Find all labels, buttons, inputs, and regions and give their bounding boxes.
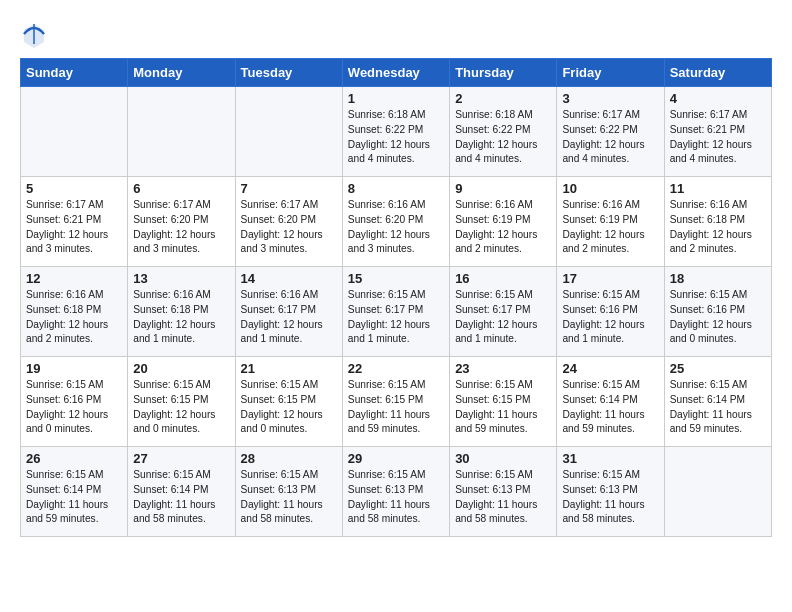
weekday-header: Wednesday xyxy=(342,59,449,87)
calendar-cell: 16Sunrise: 6:15 AM Sunset: 6:17 PM Dayli… xyxy=(450,267,557,357)
day-number: 22 xyxy=(348,361,444,376)
day-info: Sunrise: 6:15 AM Sunset: 6:13 PM Dayligh… xyxy=(455,468,551,527)
day-info: Sunrise: 6:15 AM Sunset: 6:16 PM Dayligh… xyxy=(562,288,658,347)
day-number: 21 xyxy=(241,361,337,376)
day-number: 28 xyxy=(241,451,337,466)
calendar-cell: 10Sunrise: 6:16 AM Sunset: 6:19 PM Dayli… xyxy=(557,177,664,267)
calendar-body: 1Sunrise: 6:18 AM Sunset: 6:22 PM Daylig… xyxy=(21,87,772,537)
calendar-cell: 18Sunrise: 6:15 AM Sunset: 6:16 PM Dayli… xyxy=(664,267,771,357)
day-info: Sunrise: 6:15 AM Sunset: 6:16 PM Dayligh… xyxy=(26,378,122,437)
calendar-week-row: 1Sunrise: 6:18 AM Sunset: 6:22 PM Daylig… xyxy=(21,87,772,177)
calendar-cell: 5Sunrise: 6:17 AM Sunset: 6:21 PM Daylig… xyxy=(21,177,128,267)
day-number: 7 xyxy=(241,181,337,196)
day-info: Sunrise: 6:16 AM Sunset: 6:18 PM Dayligh… xyxy=(133,288,229,347)
day-info: Sunrise: 6:15 AM Sunset: 6:14 PM Dayligh… xyxy=(133,468,229,527)
day-number: 31 xyxy=(562,451,658,466)
day-number: 12 xyxy=(26,271,122,286)
calendar-cell: 24Sunrise: 6:15 AM Sunset: 6:14 PM Dayli… xyxy=(557,357,664,447)
day-number: 27 xyxy=(133,451,229,466)
day-info: Sunrise: 6:17 AM Sunset: 6:21 PM Dayligh… xyxy=(26,198,122,257)
day-info: Sunrise: 6:17 AM Sunset: 6:20 PM Dayligh… xyxy=(133,198,229,257)
weekday-header: Monday xyxy=(128,59,235,87)
weekday-header: Thursday xyxy=(450,59,557,87)
day-info: Sunrise: 6:16 AM Sunset: 6:19 PM Dayligh… xyxy=(455,198,551,257)
day-info: Sunrise: 6:17 AM Sunset: 6:20 PM Dayligh… xyxy=(241,198,337,257)
calendar-cell: 17Sunrise: 6:15 AM Sunset: 6:16 PM Dayli… xyxy=(557,267,664,357)
day-number: 24 xyxy=(562,361,658,376)
day-number: 5 xyxy=(26,181,122,196)
day-number: 1 xyxy=(348,91,444,106)
day-info: Sunrise: 6:15 AM Sunset: 6:17 PM Dayligh… xyxy=(455,288,551,347)
calendar-cell: 25Sunrise: 6:15 AM Sunset: 6:14 PM Dayli… xyxy=(664,357,771,447)
day-number: 6 xyxy=(133,181,229,196)
day-info: Sunrise: 6:18 AM Sunset: 6:22 PM Dayligh… xyxy=(348,108,444,167)
weekday-header: Sunday xyxy=(21,59,128,87)
calendar-cell: 12Sunrise: 6:16 AM Sunset: 6:18 PM Dayli… xyxy=(21,267,128,357)
calendar-cell: 29Sunrise: 6:15 AM Sunset: 6:13 PM Dayli… xyxy=(342,447,449,537)
calendar-cell: 27Sunrise: 6:15 AM Sunset: 6:14 PM Dayli… xyxy=(128,447,235,537)
calendar-week-row: 26Sunrise: 6:15 AM Sunset: 6:14 PM Dayli… xyxy=(21,447,772,537)
calendar-cell: 31Sunrise: 6:15 AM Sunset: 6:13 PM Dayli… xyxy=(557,447,664,537)
day-info: Sunrise: 6:15 AM Sunset: 6:15 PM Dayligh… xyxy=(133,378,229,437)
calendar-cell: 21Sunrise: 6:15 AM Sunset: 6:15 PM Dayli… xyxy=(235,357,342,447)
day-info: Sunrise: 6:16 AM Sunset: 6:19 PM Dayligh… xyxy=(562,198,658,257)
calendar-cell xyxy=(21,87,128,177)
day-number: 23 xyxy=(455,361,551,376)
calendar-week-row: 12Sunrise: 6:16 AM Sunset: 6:18 PM Dayli… xyxy=(21,267,772,357)
weekday-header: Saturday xyxy=(664,59,771,87)
weekday-header: Tuesday xyxy=(235,59,342,87)
day-number: 11 xyxy=(670,181,766,196)
day-info: Sunrise: 6:15 AM Sunset: 6:16 PM Dayligh… xyxy=(670,288,766,347)
calendar-cell: 15Sunrise: 6:15 AM Sunset: 6:17 PM Dayli… xyxy=(342,267,449,357)
day-number: 13 xyxy=(133,271,229,286)
day-info: Sunrise: 6:15 AM Sunset: 6:13 PM Dayligh… xyxy=(562,468,658,527)
day-number: 25 xyxy=(670,361,766,376)
day-number: 20 xyxy=(133,361,229,376)
calendar-cell: 22Sunrise: 6:15 AM Sunset: 6:15 PM Dayli… xyxy=(342,357,449,447)
day-number: 14 xyxy=(241,271,337,286)
calendar-cell: 30Sunrise: 6:15 AM Sunset: 6:13 PM Dayli… xyxy=(450,447,557,537)
day-info: Sunrise: 6:15 AM Sunset: 6:13 PM Dayligh… xyxy=(241,468,337,527)
day-info: Sunrise: 6:16 AM Sunset: 6:18 PM Dayligh… xyxy=(26,288,122,347)
day-info: Sunrise: 6:15 AM Sunset: 6:14 PM Dayligh… xyxy=(670,378,766,437)
day-number: 9 xyxy=(455,181,551,196)
day-info: Sunrise: 6:16 AM Sunset: 6:18 PM Dayligh… xyxy=(670,198,766,257)
logo xyxy=(20,20,50,48)
calendar-cell: 19Sunrise: 6:15 AM Sunset: 6:16 PM Dayli… xyxy=(21,357,128,447)
calendar-cell: 3Sunrise: 6:17 AM Sunset: 6:22 PM Daylig… xyxy=(557,87,664,177)
day-info: Sunrise: 6:16 AM Sunset: 6:17 PM Dayligh… xyxy=(241,288,337,347)
calendar-week-row: 19Sunrise: 6:15 AM Sunset: 6:16 PM Dayli… xyxy=(21,357,772,447)
day-number: 10 xyxy=(562,181,658,196)
calendar-cell: 23Sunrise: 6:15 AM Sunset: 6:15 PM Dayli… xyxy=(450,357,557,447)
calendar-cell: 7Sunrise: 6:17 AM Sunset: 6:20 PM Daylig… xyxy=(235,177,342,267)
calendar-header: SundayMondayTuesdayWednesdayThursdayFrid… xyxy=(21,59,772,87)
day-number: 19 xyxy=(26,361,122,376)
weekday-header: Friday xyxy=(557,59,664,87)
day-info: Sunrise: 6:15 AM Sunset: 6:14 PM Dayligh… xyxy=(562,378,658,437)
day-info: Sunrise: 6:15 AM Sunset: 6:13 PM Dayligh… xyxy=(348,468,444,527)
calendar-table: SundayMondayTuesdayWednesdayThursdayFrid… xyxy=(20,58,772,537)
calendar-cell: 4Sunrise: 6:17 AM Sunset: 6:21 PM Daylig… xyxy=(664,87,771,177)
day-number: 8 xyxy=(348,181,444,196)
logo-icon xyxy=(20,20,48,48)
day-info: Sunrise: 6:15 AM Sunset: 6:17 PM Dayligh… xyxy=(348,288,444,347)
day-number: 3 xyxy=(562,91,658,106)
calendar-cell: 1Sunrise: 6:18 AM Sunset: 6:22 PM Daylig… xyxy=(342,87,449,177)
calendar-cell xyxy=(235,87,342,177)
calendar-cell: 20Sunrise: 6:15 AM Sunset: 6:15 PM Dayli… xyxy=(128,357,235,447)
calendar-cell xyxy=(664,447,771,537)
day-info: Sunrise: 6:15 AM Sunset: 6:15 PM Dayligh… xyxy=(455,378,551,437)
calendar-cell: 6Sunrise: 6:17 AM Sunset: 6:20 PM Daylig… xyxy=(128,177,235,267)
day-info: Sunrise: 6:15 AM Sunset: 6:14 PM Dayligh… xyxy=(26,468,122,527)
day-number: 2 xyxy=(455,91,551,106)
day-number: 15 xyxy=(348,271,444,286)
calendar-cell: 2Sunrise: 6:18 AM Sunset: 6:22 PM Daylig… xyxy=(450,87,557,177)
day-info: Sunrise: 6:18 AM Sunset: 6:22 PM Dayligh… xyxy=(455,108,551,167)
calendar-cell: 11Sunrise: 6:16 AM Sunset: 6:18 PM Dayli… xyxy=(664,177,771,267)
day-info: Sunrise: 6:15 AM Sunset: 6:15 PM Dayligh… xyxy=(241,378,337,437)
calendar-cell: 8Sunrise: 6:16 AM Sunset: 6:20 PM Daylig… xyxy=(342,177,449,267)
calendar-cell: 9Sunrise: 6:16 AM Sunset: 6:19 PM Daylig… xyxy=(450,177,557,267)
day-number: 17 xyxy=(562,271,658,286)
day-number: 30 xyxy=(455,451,551,466)
calendar-cell: 13Sunrise: 6:16 AM Sunset: 6:18 PM Dayli… xyxy=(128,267,235,357)
